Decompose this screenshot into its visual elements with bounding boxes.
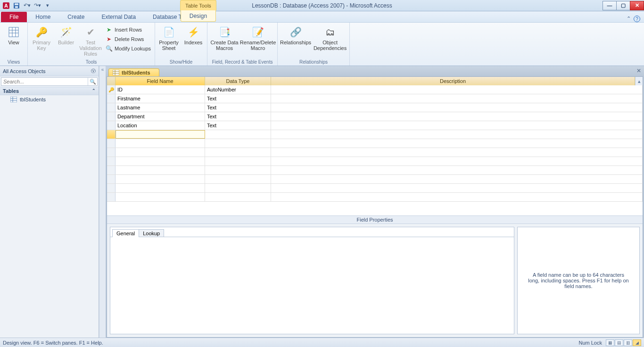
datatype-cell[interactable]: [205, 184, 271, 192]
table-row[interactable]: [107, 157, 643, 166]
fp-tab-general[interactable]: General: [112, 229, 139, 237]
datatype-cell[interactable]: [205, 175, 271, 183]
tab-external-data[interactable]: External Data: [93, 12, 144, 22]
fieldname-cell[interactable]: [116, 166, 205, 174]
header-description[interactable]: Description: [271, 77, 635, 85]
description-cell[interactable]: [271, 112, 643, 121]
rename-delete-macro-button[interactable]: 📝Rename/Delete Macro: [241, 24, 274, 51]
tab-home[interactable]: Home: [27, 12, 59, 22]
insert-rows-button[interactable]: ➤Insert Rows: [104, 25, 152, 34]
description-cell[interactable]: [271, 157, 643, 165]
nav-collapse-button[interactable]: «: [99, 66, 106, 338]
description-cell[interactable]: [271, 130, 643, 139]
restore-button[interactable]: ▢: [616, 1, 630, 10]
indexes-button[interactable]: ⚡Indexes: [182, 24, 204, 45]
fieldname-cell[interactable]: [116, 184, 205, 192]
datatype-cell[interactable]: Text: [205, 94, 271, 103]
fieldname-cell[interactable]: Lastname: [116, 103, 205, 112]
fieldname-cell[interactable]: ID: [116, 85, 205, 94]
redo-icon[interactable]: ↷▾: [33, 1, 41, 10]
doc-tab-tblstudents[interactable]: tblStudents: [108, 68, 159, 76]
table-row[interactable]: [107, 139, 643, 148]
header-datatype[interactable]: Data Type: [205, 77, 271, 85]
table-row[interactable]: [107, 130, 643, 139]
relationships-button[interactable]: 🔗Relationships: [281, 24, 311, 45]
scroll-up-button[interactable]: ▴: [635, 77, 643, 85]
builder-button[interactable]: 🪄Builder: [55, 24, 77, 45]
nav-header[interactable]: All Access Objects ⓥ: [0, 66, 99, 76]
row-selector[interactable]: [107, 94, 116, 103]
row-selector[interactable]: 🔑: [107, 85, 116, 94]
pivottable-view-button[interactable]: ▤: [615, 339, 623, 346]
nav-dropdown-icon[interactable]: ⓥ: [91, 68, 96, 74]
table-row[interactable]: [107, 193, 643, 202]
description-cell[interactable]: [271, 166, 643, 174]
pivotchart-view-button[interactable]: ▥: [624, 339, 632, 346]
row-selector[interactable]: [107, 121, 116, 130]
fieldname-cell[interactable]: [116, 157, 205, 165]
description-cell[interactable]: [271, 148, 643, 157]
table-row[interactable]: [107, 184, 643, 193]
datatype-cell[interactable]: [205, 157, 271, 165]
datasheet-view-button[interactable]: ▦: [606, 339, 614, 346]
search-icon[interactable]: 🔍: [88, 78, 97, 85]
table-row[interactable]: [107, 166, 643, 175]
datatype-cell[interactable]: AutoNumber: [205, 85, 271, 94]
table-row[interactable]: [107, 148, 643, 157]
description-cell[interactable]: [271, 175, 643, 183]
header-fieldname[interactable]: Field Name: [116, 77, 205, 85]
datatype-cell[interactable]: [205, 166, 271, 174]
table-row[interactable]: FirstnameText: [107, 94, 643, 103]
fieldname-cell[interactable]: [116, 139, 205, 148]
datatype-cell[interactable]: [205, 139, 271, 148]
file-tab[interactable]: File: [1, 12, 27, 22]
qat-customize-icon[interactable]: ▾: [43, 1, 52, 10]
description-cell[interactable]: [271, 184, 643, 192]
table-row[interactable]: [107, 175, 643, 184]
test-validation-button[interactable]: ✔Test Validation Rules: [80, 24, 101, 57]
fieldname-cell[interactable]: [116, 175, 205, 183]
row-selector[interactable]: [107, 184, 116, 192]
description-cell[interactable]: [271, 85, 643, 94]
nav-item-tblstudents[interactable]: tblStudents: [0, 95, 99, 104]
row-selector[interactable]: [107, 112, 116, 121]
description-cell[interactable]: [271, 121, 643, 130]
close-button[interactable]: ✕: [630, 1, 644, 10]
description-cell[interactable]: [271, 193, 643, 201]
search-input[interactable]: [1, 78, 88, 85]
select-all-button[interactable]: [107, 77, 116, 85]
row-selector[interactable]: [107, 103, 116, 112]
field-properties-body[interactable]: [110, 237, 514, 334]
datatype-cell[interactable]: Text: [205, 112, 271, 121]
fp-tab-lookup[interactable]: Lookup: [139, 229, 164, 237]
fieldname-cell[interactable]: [116, 148, 205, 157]
undo-icon[interactable]: ↶▾: [23, 1, 31, 10]
tab-create[interactable]: Create: [59, 12, 93, 22]
fieldname-cell[interactable]: Location: [116, 121, 205, 130]
doc-close-button[interactable]: ✕: [636, 67, 641, 74]
row-selector[interactable]: [107, 157, 116, 165]
datatype-cell[interactable]: [205, 130, 271, 139]
table-row[interactable]: LocationText: [107, 121, 643, 130]
object-dependencies-button[interactable]: 🗂Object Dependencies: [314, 24, 347, 51]
description-cell[interactable]: [271, 94, 643, 103]
row-selector[interactable]: [107, 166, 116, 174]
delete-rows-button[interactable]: ➤Delete Rows: [104, 35, 152, 43]
fieldname-cell[interactable]: [116, 130, 205, 139]
property-sheet-button[interactable]: 📄Property Sheet: [158, 24, 180, 51]
fieldname-cell[interactable]: Department: [116, 112, 205, 121]
table-row[interactable]: 🔑IDAutoNumber: [107, 85, 643, 94]
datatype-cell[interactable]: Text: [205, 121, 271, 130]
table-row[interactable]: DepartmentText: [107, 112, 643, 121]
datatype-cell[interactable]: [205, 193, 271, 201]
row-selector[interactable]: [107, 139, 116, 148]
modify-lookups-button[interactable]: 🔍Modify Lookups: [104, 44, 152, 53]
description-cell[interactable]: [271, 139, 643, 148]
fieldname-cell[interactable]: Firstname: [116, 94, 205, 103]
row-selector[interactable]: [107, 148, 116, 157]
create-data-macros-button[interactable]: 📑Create Data Macros: [210, 24, 239, 51]
view-button[interactable]: View: [3, 24, 25, 45]
row-selector[interactable]: [107, 130, 116, 139]
minimize-ribbon-icon[interactable]: ⌃: [627, 16, 631, 22]
datatype-cell[interactable]: Text: [205, 103, 271, 112]
